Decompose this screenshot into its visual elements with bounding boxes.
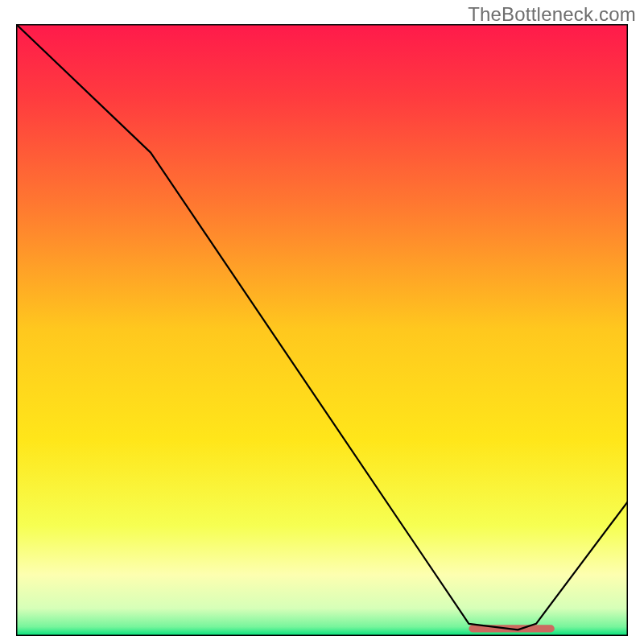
watermark-text: TheBottleneck.com: [468, 3, 636, 26]
svg-rect-0: [16, 24, 628, 636]
bottleneck-chart: [16, 24, 628, 636]
